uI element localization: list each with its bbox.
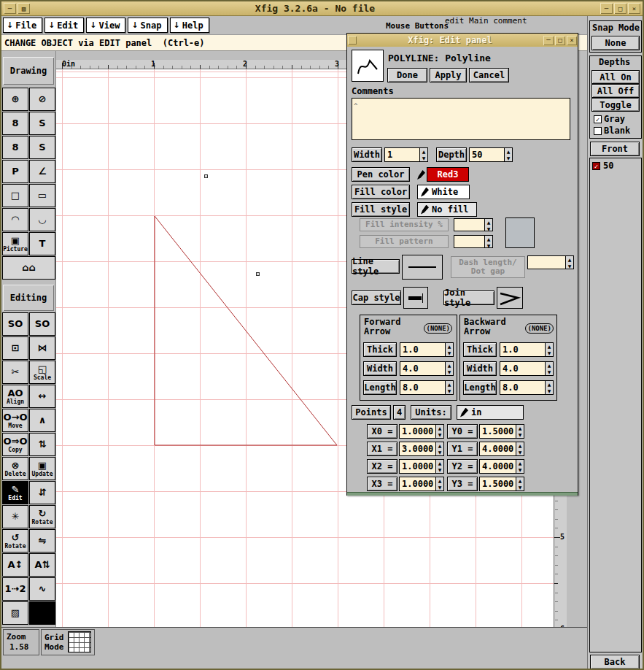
view-menu-button[interactable]: ↓View bbox=[86, 18, 125, 33]
spinner-arrows-icon[interactable]: ▲▼ bbox=[445, 362, 453, 375]
glue-compound-tool[interactable]: SO bbox=[2, 312, 28, 336]
polyline-tool[interactable]: ∠ bbox=[29, 160, 55, 183]
backward-arrow-type[interactable]: (NONE) bbox=[525, 323, 554, 334]
file-menu-button[interactable]: ↓File bbox=[3, 18, 42, 33]
y1-input[interactable]: 4.0000 ▲▼ bbox=[479, 442, 524, 456]
fill-pattern-spinner[interactable]: ▲▼ bbox=[454, 235, 493, 248]
spinner-arrows-icon[interactable]: ▲▼ bbox=[435, 425, 443, 438]
window-menu-icon[interactable]: ─ bbox=[4, 3, 16, 14]
fwd-length-spinner[interactable]: 8.0 ▲▼ bbox=[400, 380, 454, 395]
help-menu-button[interactable]: ↓Help bbox=[170, 18, 209, 33]
closed-spline-tool[interactable]: 8 bbox=[2, 112, 28, 135]
depths-all-on-button[interactable]: All On bbox=[591, 70, 640, 84]
spinner-arrows-icon[interactable]: ▲▼ bbox=[435, 442, 443, 455]
depths-toggle-button[interactable]: Toggle bbox=[591, 98, 640, 112]
gray-checkbox[interactable]: ✓ bbox=[594, 115, 602, 123]
edit-menu-button[interactable]: ↓Edit bbox=[44, 18, 84, 33]
snap-menu-button[interactable]: ↓Snap bbox=[128, 18, 167, 33]
bwd-length-spinner[interactable]: 8.0 ▲▼ bbox=[500, 380, 554, 395]
popup-tool[interactable]: ✳ bbox=[2, 505, 28, 528]
current-color-swatch[interactable] bbox=[29, 601, 55, 625]
spline-arc-tool[interactable]: ◡ bbox=[29, 208, 55, 231]
fill-color-button[interactable]: Fill color bbox=[352, 185, 410, 199]
spinner-arrows-icon[interactable]: ▲▼ bbox=[484, 219, 492, 231]
spinner-arrows-icon[interactable]: ▲▼ bbox=[516, 442, 524, 455]
move-tool[interactable]: O→OMove bbox=[2, 409, 28, 432]
rotate-cw-tool[interactable]: ↻Rotate bbox=[29, 505, 55, 528]
maximize-button[interactable]: □ bbox=[614, 3, 626, 14]
cap-style-button[interactable]: Cap style bbox=[352, 290, 401, 305]
break-compound-tool[interactable]: SO bbox=[29, 312, 55, 336]
flip-tool[interactable]: ⇵ bbox=[29, 481, 55, 504]
dialog-menu-icon[interactable] bbox=[348, 36, 357, 45]
pen-color-button[interactable]: Pen color bbox=[352, 167, 410, 182]
fill-style-value[interactable]: No fill bbox=[417, 202, 477, 217]
fill-color-value[interactable]: White bbox=[417, 185, 470, 199]
spline-tool[interactable]: S bbox=[29, 112, 55, 135]
spinner-arrows-icon[interactable]: ▲▼ bbox=[516, 477, 524, 490]
picture-tool[interactable]: ▣Picture bbox=[2, 232, 28, 255]
units-button[interactable]: Units: bbox=[411, 405, 451, 420]
depths-all-off-button[interactable]: All Off bbox=[591, 84, 640, 98]
depth-checkbox[interactable]: ✓ bbox=[592, 162, 600, 170]
x0-input[interactable]: 1.0000 ▲▼ bbox=[399, 424, 444, 439]
x1-input[interactable]: 3.0000 ▲▼ bbox=[399, 442, 444, 456]
polygon-tool[interactable]: P bbox=[2, 160, 28, 183]
units-value[interactable]: in bbox=[457, 405, 524, 420]
add-point-tool[interactable]: 1⇢2 bbox=[2, 577, 28, 601]
line-style-button[interactable]: Line style bbox=[352, 259, 400, 274]
y0-input[interactable]: 1.5000 ▲▼ bbox=[479, 424, 524, 439]
ellipse-by-radius-tool[interactable]: ⊕ bbox=[2, 88, 28, 111]
spinner-arrows-icon[interactable]: ▲▼ bbox=[445, 343, 453, 356]
depth-spinner[interactable]: 50 ▲▼ bbox=[469, 147, 513, 162]
open-compound-tool[interactable]: ⊡ bbox=[2, 336, 28, 360]
minimize-button[interactable]: ─ bbox=[600, 3, 613, 14]
scale-tool[interactable]: ◱Scale bbox=[29, 361, 55, 384]
comments-textarea[interactable]: ^ bbox=[352, 98, 570, 140]
hatch-tool[interactable]: ▨ bbox=[2, 601, 28, 625]
spinner-arrows-icon[interactable]: ▲▼ bbox=[435, 460, 443, 473]
arcbox-tool[interactable]: ▭ bbox=[29, 184, 55, 207]
smart-copy-tool[interactable]: ⇅ bbox=[29, 433, 55, 456]
tangent-tool[interactable]: ∿ bbox=[29, 577, 55, 601]
delete-tool[interactable]: ⊗Delete bbox=[2, 457, 28, 480]
join-style-preview[interactable] bbox=[497, 287, 523, 309]
y3-input[interactable]: 1.5000 ▲▼ bbox=[479, 477, 524, 491]
cap-style-preview[interactable] bbox=[403, 287, 428, 309]
align-tool[interactable]: AOAlign bbox=[2, 385, 28, 408]
spinner-arrows-icon[interactable]: ▲▼ bbox=[504, 148, 512, 161]
join-split-tool[interactable]: ⋈ bbox=[29, 336, 55, 360]
close-button[interactable]: × bbox=[628, 3, 640, 14]
text-tool[interactable]: T bbox=[29, 232, 55, 255]
bwd-width-spinner[interactable]: 4.0 ▲▼ bbox=[500, 361, 554, 376]
window-titlebar[interactable]: ─ ▨ Xfig 3.2.6a - No file ─ □ × bbox=[1, 1, 643, 16]
update-tool[interactable]: ▣Update bbox=[29, 457, 55, 480]
dash-length-spinner[interactable]: ▲▼ bbox=[527, 255, 574, 269]
cut-tool[interactable]: ✂ bbox=[2, 361, 28, 384]
smart-move-tool[interactable]: ∧ bbox=[29, 409, 55, 432]
pen-color-value[interactable]: Red3 bbox=[427, 167, 469, 182]
spinner-arrows-icon[interactable]: ▲▼ bbox=[516, 460, 524, 473]
grid-mode-button[interactable] bbox=[68, 631, 91, 652]
x2-input[interactable]: 1.0000 ▲▼ bbox=[399, 459, 444, 474]
depth-list-item[interactable]: ✓50 bbox=[590, 158, 641, 173]
fill-intensity-spinner[interactable]: ▲▼ bbox=[454, 218, 493, 231]
spinner-arrows-icon[interactable]: ▲▼ bbox=[545, 343, 553, 356]
spinner-arrows-icon[interactable]: ▲▼ bbox=[565, 256, 573, 269]
point-marker[interactable] bbox=[204, 174, 208, 178]
join-style-button[interactable]: Join style bbox=[443, 290, 494, 305]
box-tool[interactable]: □ bbox=[2, 184, 28, 207]
flip-text-up-tool[interactable]: A↕ bbox=[2, 553, 28, 577]
move-point-tool[interactable]: ↔ bbox=[29, 385, 55, 408]
spinner-arrows-icon[interactable]: ▲▼ bbox=[545, 362, 553, 375]
arc-tool[interactable]: ◠ bbox=[2, 208, 28, 231]
spinner-arrows-icon[interactable]: ▲▼ bbox=[545, 381, 553, 394]
library-tool[interactable]: ⌂⌂ bbox=[2, 256, 55, 280]
y2-input[interactable]: 4.0000 ▲▼ bbox=[479, 459, 524, 474]
spinner-arrows-icon[interactable]: ▲▼ bbox=[516, 425, 524, 438]
dialog-maximize-button[interactable]: □ bbox=[555, 36, 565, 45]
line-style-preview[interactable] bbox=[402, 255, 443, 280]
blank-checkbox[interactable] bbox=[594, 127, 602, 135]
closed-interp-spline-tool[interactable]: 8 bbox=[2, 136, 28, 159]
dialog-scrollbar[interactable] bbox=[347, 492, 578, 496]
